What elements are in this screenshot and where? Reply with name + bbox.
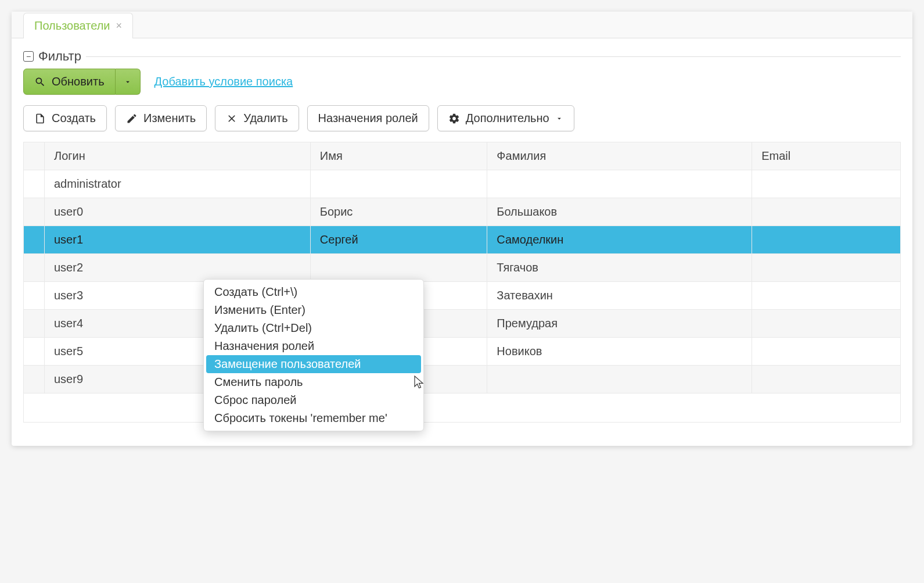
more-button[interactable]: Дополнительно [437, 105, 574, 131]
filter-fieldset: − Фильтр Обновить Добавить условие поиск… [23, 49, 901, 95]
cell-first_name [310, 254, 487, 282]
cell-email [752, 338, 901, 366]
refresh-button[interactable]: Обновить [23, 69, 116, 95]
cell-email [752, 366, 901, 394]
tab-users[interactable]: Пользователи × [23, 13, 133, 38]
context-menu-item[interactable]: Замещение пользователей [206, 355, 421, 373]
context-menu-item[interactable]: Сбросить токены 'remember me' [206, 409, 421, 427]
table-row[interactable]: user9 [24, 366, 901, 394]
table-row[interactable]: user1СергейСамоделкин [24, 226, 901, 254]
col-login[interactable]: Логин [45, 142, 311, 170]
cell-login: user1 [45, 226, 311, 254]
row-handle [24, 366, 45, 394]
file-icon [34, 113, 46, 124]
cell-email [752, 254, 901, 282]
roles-button[interactable]: Назначения ролей [307, 105, 429, 131]
search-icon [34, 76, 46, 88]
chevron-down-icon [124, 78, 132, 86]
content-area: − Фильтр Обновить Добавить условие поиск… [12, 38, 912, 446]
cell-email [752, 198, 901, 226]
refresh-dropdown-button[interactable] [116, 69, 141, 95]
table-footer [24, 394, 901, 423]
row-handle [24, 198, 45, 226]
cell-email [752, 226, 901, 254]
col-handle [24, 142, 45, 170]
cell-first_name [310, 170, 487, 198]
cell-last_name [487, 366, 752, 394]
cell-email [752, 170, 901, 198]
delete-button[interactable]: Удалить [215, 105, 299, 131]
table-row[interactable]: user0БорисБольшаков [24, 198, 901, 226]
cell-email [752, 282, 901, 310]
cell-last_name: Самоделкин [487, 226, 752, 254]
col-first-name[interactable]: Имя [310, 142, 487, 170]
roles-label: Назначения ролей [318, 112, 418, 125]
row-handle [24, 254, 45, 282]
row-handle [24, 226, 45, 254]
row-handle [24, 282, 45, 310]
times-icon [226, 113, 238, 124]
context-menu: Создать (Ctrl+\)Изменить (Enter)Удалить … [203, 279, 424, 431]
table-row[interactable]: user3Затевахин [24, 282, 901, 310]
close-icon[interactable]: × [116, 20, 123, 32]
legend-divider [86, 56, 901, 57]
edit-label: Изменить [143, 112, 196, 125]
row-handle [24, 310, 45, 338]
add-condition-link[interactable]: Добавить условие поиска [154, 75, 293, 88]
chevron-down-icon [555, 115, 563, 123]
table-row[interactable]: administrator [24, 170, 901, 198]
table-row[interactable]: user2Тягачов [24, 254, 901, 282]
tab-label: Пользователи [34, 19, 110, 33]
refresh-button-group: Обновить [23, 69, 141, 95]
table-row[interactable]: user4Премудрая [24, 310, 901, 338]
cell-email [752, 310, 901, 338]
gears-icon [448, 113, 460, 124]
col-last-name[interactable]: Фамилия [487, 142, 752, 170]
cell-last_name: Затевахин [487, 282, 752, 310]
tab-bar: Пользователи × [12, 12, 912, 38]
more-label: Дополнительно [466, 112, 549, 125]
create-label: Создать [52, 112, 96, 125]
edit-button[interactable]: Изменить [115, 105, 207, 131]
context-menu-item[interactable]: Изменить (Enter) [206, 301, 421, 319]
pencil-icon [126, 113, 138, 124]
create-button[interactable]: Создать [23, 105, 107, 131]
toolbar: Создать Изменить Удалить Назначения роле… [23, 105, 901, 131]
context-menu-item[interactable]: Удалить (Ctrl+Del) [206, 319, 421, 337]
cell-last_name: Тягачов [487, 254, 752, 282]
row-handle [24, 338, 45, 366]
col-email[interactable]: Email [752, 142, 901, 170]
filter-legend: Фильтр [38, 49, 81, 64]
cell-login: user0 [45, 198, 311, 226]
context-menu-item[interactable]: Создать (Ctrl+\) [206, 283, 421, 301]
cell-last_name: Большаков [487, 198, 752, 226]
context-menu-item[interactable]: Назначения ролей [206, 337, 421, 355]
context-menu-item[interactable]: Сменить пароль [206, 373, 421, 391]
context-menu-item[interactable]: Сброс паролей [206, 391, 421, 409]
cell-last_name: Премудрая [487, 310, 752, 338]
cell-login: administrator [45, 170, 311, 198]
cell-login: user2 [45, 254, 311, 282]
users-table: Логин Имя Фамилия Email administratoruse… [23, 142, 901, 423]
cell-first_name: Сергей [310, 226, 487, 254]
row-handle [24, 170, 45, 198]
cell-last_name: Новиков [487, 338, 752, 366]
delete-label: Удалить [243, 112, 287, 125]
users-window: Пользователи × − Фильтр Обновить [12, 12, 912, 446]
cell-first_name: Борис [310, 198, 487, 226]
refresh-label: Обновить [52, 75, 105, 88]
cell-last_name [487, 170, 752, 198]
table-header-row: Логин Имя Фамилия Email [24, 142, 901, 170]
collapse-icon[interactable]: − [23, 51, 34, 62]
table-row[interactable]: user5Новиков [24, 338, 901, 366]
